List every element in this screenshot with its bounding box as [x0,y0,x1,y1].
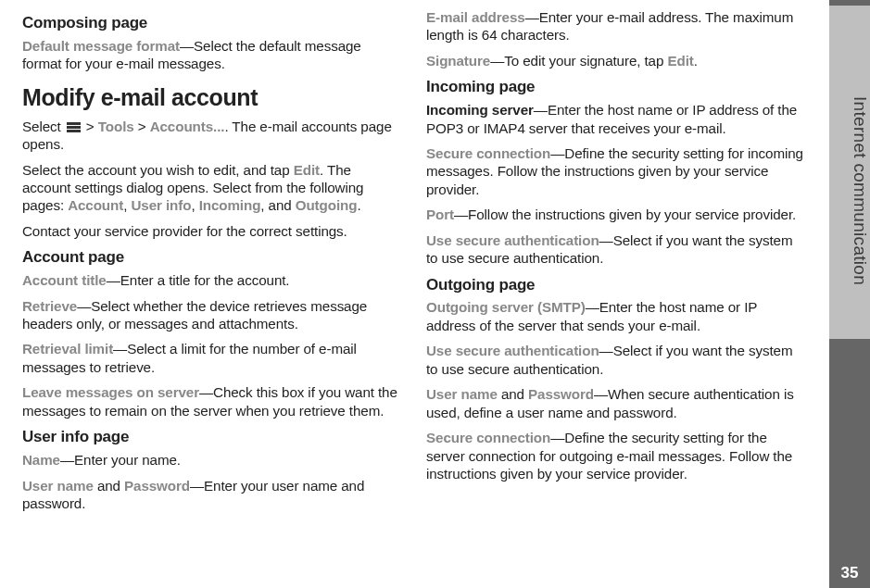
use-secure-auth-in-para: Use secure authentication—Select if you … [426,231,806,268]
left-column: Composing page Default message format—Se… [22,6,402,552]
account-title-text: —Enter a title for the account. [107,272,290,288]
name-text: —Enter your name. [60,452,181,468]
account-title-para: Account title—Enter a title for the acco… [22,271,402,289]
signature-text-post: . [694,53,698,69]
select-prefix: Select [22,119,65,134]
page-incoming: Incoming [199,197,261,213]
select-tools-accounts-para: Select > Tools > Accounts.... The e-mail… [22,118,402,154]
page-userinfo: User info [131,197,191,213]
signature-label: Signature [426,53,490,69]
page-container: Composing page Default message format—Se… [0,0,870,588]
username-out-label: User name [426,386,498,402]
gt2: > [134,119,150,134]
secure-connection-in-label: Secure connection [426,145,550,161]
password-out-label: Password [528,386,594,402]
page-account: Account [68,197,123,213]
gt1: > [82,119,98,134]
port-para: Port—Follow the instructions given by yo… [426,206,806,223]
default-message-format-para: Default message format—Select the defaul… [22,37,402,73]
default-message-format-label: Default message format [22,38,180,54]
incoming-server-para: Incoming server—Enter the host name or I… [426,101,806,137]
leave-on-server-para: Leave messages on server—Check this box … [22,383,402,419]
username-label: User name [22,478,94,494]
p-sep2: , [191,197,198,213]
page-outgoing: Outgoing [296,197,358,213]
port-text: —Follow the instructions given by your s… [454,206,796,222]
username-password-out-para: User name and Password—When secure authe… [426,385,806,421]
columns: Composing page Default message format—Se… [22,6,870,552]
name-label: Name [22,452,60,468]
incoming-page-heading: Incoming page [426,77,806,97]
p-sep3: , and [260,197,295,213]
user-info-page-heading: User info page [22,427,402,447]
secure-connection-out-para: Secure connection—Define the security se… [426,429,806,482]
edit-account-para: Select the account you wish to edit, and… [22,161,402,215]
sidebar: Internet communication 35 [829,0,870,588]
modify-email-account-heading: Modify e-mail account [22,82,402,112]
incoming-server-label: Incoming server [426,102,534,118]
password-label: Password [124,478,190,494]
outgoing-page-heading: Outgoing page [426,275,806,295]
retrieve-label: Retrieve [22,298,77,314]
leave-on-server-label: Leave messages on server [22,384,199,400]
retrieve-para: Retrieve—Select whether the device retri… [22,297,402,333]
use-secure-auth-in-label: Use secure authentication [426,232,599,248]
accounts-label: Accounts... [150,119,225,134]
use-secure-auth-out-para: Use secure authentication—Select if you … [426,342,806,378]
sidebar-top-panel: Internet communication [829,6,870,339]
port-label: Port [426,206,454,222]
secure-connection-in-para: Secure connection—Define the security se… [426,144,806,198]
outgoing-server-label: Outgoing server (SMTP) [426,299,586,315]
and2: and [498,386,528,402]
retrieval-limit-label: Retrieval limit [22,341,113,357]
contact-provider-para: Contact your service provider for the co… [22,222,402,240]
secure-connection-out-label: Secure connection [426,430,550,445]
right-column: E-mail address—Enter your e-mail address… [426,6,806,552]
username-password-para: User name and Password—Enter your user n… [22,477,402,513]
sidebar-label: Internet communication [829,6,870,339]
name-para: Name—Enter your name. [22,451,402,469]
and1: and [94,478,124,494]
p-end: . [357,197,360,213]
signature-para: Signature—To edit your signature, tap Ed… [426,52,806,69]
use-secure-auth-out-label: Use secure authentication [426,343,599,358]
signature-text-pre: —To edit your signature, tap [490,53,667,69]
signature-edit: Edit [667,53,693,69]
tools-label: Tools [98,119,134,134]
edit-word: Edit [294,162,320,178]
account-title-label: Account title [22,272,107,288]
menu-icon [67,121,81,133]
retrieval-limit-para: Retrieval limit—Select a limit for the n… [22,340,402,376]
page-number: 35 [835,564,864,582]
email-address-label: E-mail address [426,9,525,25]
account-page-heading: Account page [22,247,402,268]
edit-pre: Select the account you wish to edit, and… [22,162,294,178]
outgoing-server-para: Outgoing server (SMTP)—Enter the host na… [426,298,806,334]
composing-page-heading: Composing page [22,13,402,33]
email-address-para: E-mail address—Enter your e-mail address… [426,8,806,44]
